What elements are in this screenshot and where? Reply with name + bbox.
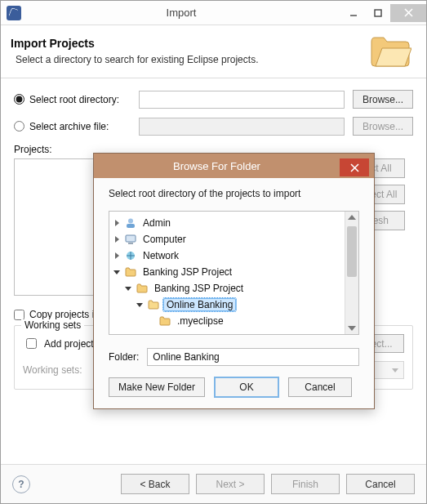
- svg-rect-7: [127, 224, 135, 228]
- folder-icon: [124, 265, 137, 279]
- make-new-folder-button[interactable]: Make New Folder: [109, 377, 205, 397]
- browse-folder-dialog: Browse For Folder Select root directory …: [93, 153, 375, 409]
- page-title: Import Projects: [11, 37, 258, 50]
- chevron-right-icon[interactable]: [113, 252, 121, 259]
- tree-scrollbar[interactable]: [345, 212, 358, 334]
- back-button[interactable]: < Back: [121, 474, 189, 494]
- wizard-button-bar: ? < Back Next > Finish Cancel: [1, 464, 426, 503]
- root-directory-row: Select root directory: Browse...: [14, 90, 413, 109]
- close-icon: [350, 163, 359, 172]
- archive-file-browse-button: Browse...: [353, 117, 413, 136]
- svg-rect-9: [128, 243, 133, 244]
- finish-button: Finish: [271, 474, 340, 494]
- dialog-cancel-button[interactable]: Cancel: [288, 377, 352, 397]
- help-icon: ?: [18, 479, 24, 490]
- folder-field[interactable]: [147, 348, 359, 366]
- svg-point-6: [128, 219, 133, 224]
- user-icon: [124, 216, 137, 230]
- archive-file-radio[interactable]: [14, 121, 24, 132]
- root-directory-field[interactable]: [139, 91, 345, 109]
- minimize-button[interactable]: [341, 4, 366, 22]
- help-button[interactable]: ?: [12, 475, 30, 493]
- window-titlebar[interactable]: Import: [1, 1, 426, 25]
- archive-file-field: [139, 118, 345, 136]
- chevron-down-icon[interactable]: [124, 287, 132, 291]
- network-icon: [124, 249, 137, 262]
- page-subtitle: Select a directory to search for existin…: [16, 54, 258, 65]
- dialog-close-button[interactable]: [340, 158, 369, 176]
- folder-icon: [158, 314, 171, 328]
- tree-label: Network: [140, 250, 181, 261]
- maximize-icon: [374, 9, 382, 17]
- archive-file-label: Select archive file:: [29, 121, 139, 132]
- tree-label: Computer: [140, 234, 189, 245]
- ok-button[interactable]: OK: [215, 377, 278, 397]
- wizard-header: Import Projects Select a directory to se…: [1, 25, 426, 78]
- archive-file-row: Select archive file: Browse...: [14, 117, 413, 136]
- tree-node-banking-root[interactable]: Banking JSP Project: [113, 264, 343, 280]
- root-directory-radio[interactable]: [14, 94, 24, 105]
- tree-label: .myeclipse: [175, 315, 226, 327]
- scroll-up-icon[interactable]: [348, 215, 356, 220]
- cancel-button[interactable]: Cancel: [346, 474, 415, 494]
- dialog-titlebar[interactable]: Browse For Folder: [94, 154, 374, 178]
- tree-label: Admin: [140, 217, 173, 229]
- chevron-right-icon[interactable]: [113, 220, 121, 226]
- tree-node-network[interactable]: Network: [113, 248, 343, 264]
- import-wizard-window: Import Import Projects Select a director…: [0, 0, 427, 504]
- tree-node-online-banking[interactable]: Online Banking: [113, 297, 343, 313]
- scroll-thumb[interactable]: [347, 226, 357, 277]
- chevron-down-icon[interactable]: [113, 270, 121, 274]
- tree-node-banking-sub[interactable]: Banking JSP Project: [113, 280, 343, 297]
- computer-icon: [124, 233, 137, 246]
- dialog-title: Browse For Folder: [94, 160, 340, 172]
- add-to-working-sets-checkbox[interactable]: [26, 338, 37, 349]
- copy-projects-checkbox[interactable]: [14, 310, 24, 320]
- app-icon: [7, 6, 21, 20]
- window-title: Import: [21, 7, 341, 19]
- tree-node-admin[interactable]: Admin: [113, 215, 343, 231]
- tree-node-computer[interactable]: Computer: [113, 231, 343, 248]
- next-button: Next >: [196, 474, 265, 494]
- folder-open-icon: [147, 298, 160, 311]
- working-sets-combo-label: Working sets:: [23, 364, 93, 376]
- svg-rect-8: [126, 235, 136, 242]
- tree-label: Banking JSP Project: [152, 283, 246, 294]
- window-buttons: [341, 4, 426, 22]
- folder-label: Folder:: [109, 351, 139, 363]
- tree-label: Banking JSP Project: [140, 266, 234, 278]
- tree-label: Online Banking: [163, 298, 236, 311]
- root-directory-browse-button[interactable]: Browse...: [353, 90, 413, 109]
- minimize-icon: [349, 9, 358, 17]
- root-directory-label: Select root directory:: [29, 94, 139, 105]
- dialog-instruction: Select root directory of the projects to…: [109, 188, 359, 199]
- scroll-down-icon[interactable]: [348, 326, 356, 331]
- folder-tree[interactable]: Admin Computer Network: [109, 211, 359, 335]
- svg-rect-1: [375, 10, 381, 16]
- maximize-button[interactable]: [366, 4, 390, 22]
- close-button[interactable]: [390, 4, 426, 22]
- close-icon: [404, 8, 413, 17]
- chevron-down-icon[interactable]: [136, 303, 144, 307]
- folder-icon: [136, 282, 149, 295]
- tree-node-myeclipse[interactable]: .myeclipse: [113, 313, 343, 329]
- import-folder-icon: [369, 33, 411, 68]
- chevron-right-icon[interactable]: [113, 236, 121, 243]
- working-sets-legend: Working sets: [21, 319, 84, 331]
